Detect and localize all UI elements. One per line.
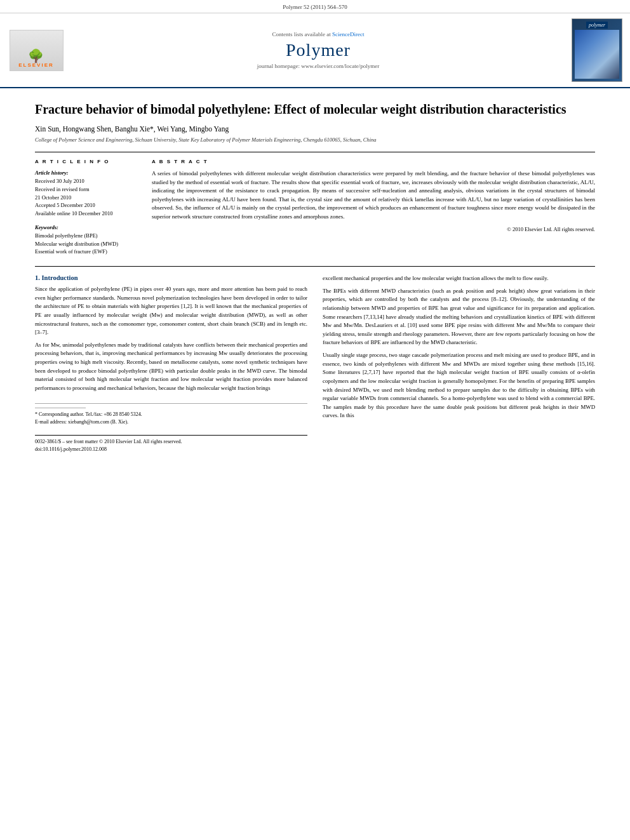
online-date: Available online 10 December 2010 (35, 210, 137, 218)
abstract-label: A B S T R A C T (152, 159, 595, 164)
journal-citation: Polymer 52 (2011) 564–570 (0, 0, 630, 13)
right-para1: excellent mechanical properties and the … (323, 274, 595, 283)
corresponding-footnote: * Corresponding author. Tel./fax: +86 28… (35, 411, 307, 418)
article-title: Fracture behavior of bimodal polyethylen… (35, 101, 595, 117)
doi-line: Polymer 52 (2011) 564–570 (283, 4, 347, 10)
sciencedirect-link: Contents lists available at ScienceDirec… (77, 31, 559, 37)
journal-cover-image (575, 30, 619, 79)
keyword-2: Molecular weight distribution (MWD) (35, 240, 137, 248)
copyright-line: © 2010 Elsevier Ltd. All rights reserved… (152, 226, 595, 232)
intro-heading: 1. Introduction (35, 274, 307, 281)
contents-label: Contents lists available at (272, 31, 331, 37)
revised-label: Received in revised form (35, 185, 137, 194)
copyright-footer-text: 0032-3861/$ – see front matter © 2010 El… (35, 438, 307, 446)
intro-para1: Since the application of polyethylene (P… (35, 285, 307, 337)
right-para3: Usually single stage process, two stage … (323, 351, 595, 420)
doi-footer: doi:10.1016/j.polymer.2010.12.008 (35, 446, 307, 453)
keywords-block: Keywords: Bimodal polyethylene (BPE) Mol… (35, 224, 137, 256)
journal-header: 🌳 ELSEVIER Contents lists available at S… (0, 13, 630, 88)
abstract-text: A series of bimodal polyethylenes with d… (152, 170, 595, 221)
email-footnote: E-mail address: xiebangh@tom.com (B. Xie… (35, 418, 307, 426)
accepted-date: Accepted 5 December 2010 (35, 201, 137, 210)
right-para2: The BPEs with different MWD characterist… (323, 287, 595, 347)
keywords-label: Keywords: (35, 224, 137, 230)
article-info-label: A R T I C L E I N F O (35, 159, 137, 164)
keyword-1: Bimodal polyethylene (BPE) (35, 232, 137, 240)
journal-center: Contents lists available at ScienceDirec… (65, 31, 572, 69)
elsevier-label: ELSEVIER (18, 62, 54, 68)
keyword-3: Essential work of fracture (EWF) (35, 248, 137, 256)
sciencedirect-anchor[interactable]: ScienceDirect (332, 31, 364, 37)
header-divider (35, 152, 595, 152)
intro-para2: As for Mw, unimodal polyethylenes made b… (35, 341, 307, 393)
body-left-col: 1. Introduction Since the application of… (35, 274, 307, 453)
page-wrapper: Polymer 52 (2011) 564–570 🌳 ELSEVIER Con… (0, 0, 630, 466)
body-right-col: excellent mechanical properties and the … (323, 274, 595, 453)
journal-thumbnail: polymer (572, 18, 622, 82)
received-date: Received 30 July 2010 (35, 177, 137, 185)
body-divider (35, 266, 595, 267)
article-info-abstract: A R T I C L E I N F O Article history: R… (35, 159, 595, 256)
article-authors: Xin Sun, Hongwang Shen, Banghu Xie*, Wei… (35, 125, 595, 133)
article-affiliation: College of Polymer Science and Engineeri… (35, 137, 595, 143)
journal-homepage: journal homepage: www.elsevier.com/locat… (77, 63, 559, 69)
authors-text: Xin Sun, Hongwang Shen, Banghu Xie*, Wei… (35, 125, 229, 133)
abstract-column: A B S T R A C T A series of bimodal poly… (152, 159, 595, 256)
article-content: Fracture behavior of bimodal polyethylen… (0, 88, 630, 466)
journal-name: Polymer (77, 40, 559, 60)
footnote-area: * Corresponding author. Tel./fax: +86 28… (35, 403, 307, 426)
article-history: Article history: Received 30 July 2010 R… (35, 170, 137, 218)
footnote-divider (35, 408, 86, 408)
history-label: Article history: (35, 170, 137, 176)
body-columns: 1. Introduction Since the application of… (35, 274, 595, 453)
elsevier-logo-image: 🌳 ELSEVIER (10, 30, 64, 71)
copyright-footer: 0032-3861/$ – see front matter © 2010 El… (35, 435, 307, 453)
revised-date: 21 October 2010 (35, 194, 137, 202)
article-info-column: A R T I C L E I N F O Article history: R… (35, 159, 137, 256)
elsevier-tree-icon: 🌳 (28, 50, 44, 62)
polymer-thumb-label: polymer (586, 22, 608, 29)
elsevier-logo: 🌳 ELSEVIER (8, 30, 65, 71)
